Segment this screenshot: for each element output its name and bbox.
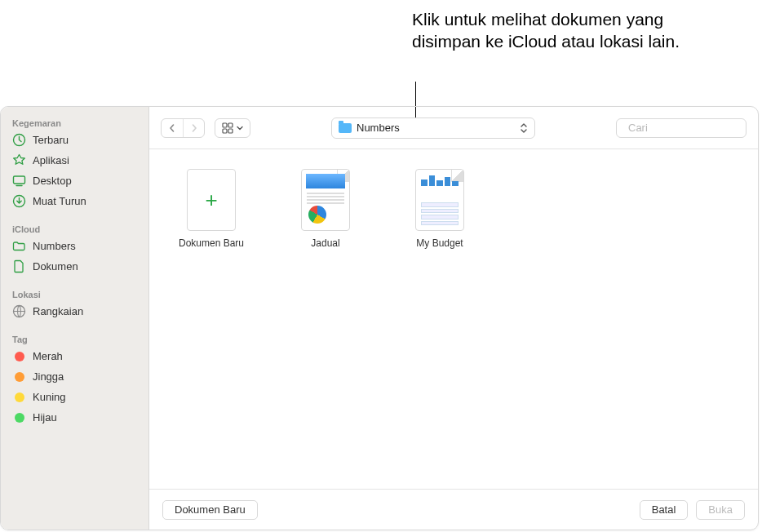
sidebar-item-numbers-folder[interactable]: Numbers bbox=[1, 236, 148, 256]
file-item-my-budget[interactable]: My Budget bbox=[399, 169, 481, 249]
sidebar-item-label: Dokumen bbox=[33, 260, 78, 273]
sidebar-item-label: Hijau bbox=[33, 411, 57, 423]
dialog-footer: Dokumen Baru Batal Buka bbox=[149, 489, 758, 530]
sidebar-item-applications[interactable]: Aplikasi bbox=[1, 150, 148, 171]
tag-dot-icon bbox=[12, 410, 26, 424]
sidebar-tag-green[interactable]: Hijau bbox=[1, 407, 148, 428]
sidebar-section-favorites: Kegemaran bbox=[1, 113, 148, 130]
svg-rect-6 bbox=[223, 129, 227, 133]
sidebar-tag-red[interactable]: Merah bbox=[1, 346, 148, 366]
main-pane: Numbers + Dokumen Baru bbox=[149, 107, 758, 530]
chevron-down-icon bbox=[237, 125, 243, 131]
sidebar-section-locations: Lokasi bbox=[1, 285, 148, 301]
sidebar-item-recents[interactable]: Terbaru bbox=[1, 130, 148, 150]
svg-rect-7 bbox=[228, 129, 233, 133]
svg-rect-5 bbox=[228, 123, 233, 127]
popup-arrows-icon bbox=[520, 122, 528, 134]
sidebar-item-label: Desktop bbox=[33, 175, 72, 187]
sidebar-item-network[interactable]: Rangkaian bbox=[1, 301, 148, 321]
grid-icon bbox=[222, 122, 233, 134]
network-icon bbox=[12, 304, 26, 318]
svg-rect-1 bbox=[14, 176, 25, 184]
document-icon bbox=[12, 259, 26, 273]
sidebar-item-label: Jingga bbox=[33, 370, 64, 383]
sidebar-section-tags: Tag bbox=[1, 330, 148, 346]
view-switcher[interactable] bbox=[215, 118, 250, 138]
tag-dot-icon bbox=[12, 370, 26, 383]
folder-icon bbox=[339, 123, 352, 133]
file-label: Jadual bbox=[285, 237, 366, 249]
cancel-button[interactable]: Batal bbox=[640, 500, 689, 520]
sidebar-item-label: Rangkaian bbox=[33, 305, 83, 317]
open-dialog-window: Kegemaran Terbaru Aplikasi Desktop Muat … bbox=[0, 106, 759, 530]
sidebar-item-label: Kuning bbox=[33, 391, 65, 403]
sidebar-item-downloads[interactable]: Muat Turun bbox=[1, 191, 148, 211]
back-button[interactable] bbox=[162, 119, 183, 137]
sidebar-item-documents[interactable]: Dokumen bbox=[1, 256, 148, 277]
sidebar-item-label: Terbaru bbox=[33, 134, 69, 146]
desktop-icon bbox=[12, 174, 26, 188]
search-field[interactable] bbox=[616, 118, 746, 138]
path-popup[interactable]: Numbers bbox=[331, 117, 535, 139]
apps-icon bbox=[12, 153, 26, 167]
svg-rect-4 bbox=[223, 123, 227, 127]
tag-dot-icon bbox=[12, 390, 26, 404]
folder-icon bbox=[12, 239, 26, 253]
new-document-button[interactable]: Dokumen Baru bbox=[162, 500, 258, 520]
search-input[interactable] bbox=[628, 122, 759, 134]
file-item-new-document[interactable]: + Dokumen Baru bbox=[171, 169, 252, 249]
new-document-thumb: + bbox=[187, 169, 236, 231]
sidebar: Kegemaran Terbaru Aplikasi Desktop Muat … bbox=[1, 107, 149, 530]
file-label: Dokumen Baru bbox=[171, 237, 252, 249]
toolbar: Numbers bbox=[149, 107, 758, 149]
open-button[interactable]: Buka bbox=[696, 500, 745, 520]
sidebar-tag-orange[interactable]: Jingga bbox=[1, 366, 148, 387]
clock-icon bbox=[12, 133, 26, 147]
file-browser: + Dokumen Baru Jadual My Budget bbox=[149, 149, 758, 489]
sidebar-section-icloud: iCloud bbox=[1, 219, 148, 236]
downloads-icon bbox=[12, 194, 26, 208]
file-thumb bbox=[415, 169, 464, 231]
file-item-jadual[interactable]: Jadual bbox=[285, 169, 366, 249]
sidebar-item-desktop[interactable]: Desktop bbox=[1, 171, 148, 191]
file-thumb bbox=[301, 169, 350, 231]
callout-text: Klik untuk melihat dokumen yang disimpan… bbox=[412, 8, 722, 53]
tag-dot-icon bbox=[12, 349, 26, 363]
sidebar-item-label: Numbers bbox=[33, 240, 76, 252]
nav-back-forward bbox=[161, 118, 205, 138]
sidebar-item-label: Aplikasi bbox=[33, 154, 69, 166]
plus-icon: + bbox=[205, 188, 217, 213]
sidebar-item-label: Merah bbox=[33, 350, 63, 362]
sidebar-item-label: Muat Turun bbox=[33, 195, 86, 207]
path-label: Numbers bbox=[357, 122, 400, 134]
forward-button[interactable] bbox=[183, 119, 204, 137]
sidebar-tag-yellow[interactable]: Kuning bbox=[1, 387, 148, 407]
file-label: My Budget bbox=[399, 237, 481, 249]
